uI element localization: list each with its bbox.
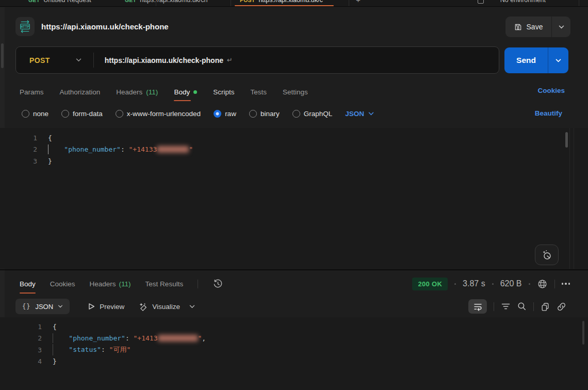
- code-content[interactable]: "phone_number": "+1413",: [53, 334, 206, 342]
- filter-icon: [501, 302, 511, 311]
- tab-title: Untitled Request: [43, 0, 91, 4]
- postbot-button[interactable]: [535, 245, 559, 265]
- request-tab-scripts[interactable]: Scripts: [213, 83, 234, 101]
- link-icon: [557, 302, 566, 312]
- network-info-button[interactable]: [537, 279, 548, 289]
- link-button[interactable]: [557, 302, 566, 312]
- chevron-down-icon: [189, 305, 195, 308]
- return-glyph: ↵: [227, 56, 233, 64]
- preview-button[interactable]: Preview: [88, 303, 124, 311]
- request-title: https://api.xiaomu.uk/check-phone: [41, 22, 169, 31]
- body-type-binary[interactable]: binary: [249, 110, 280, 118]
- request-tabs: ParamsAuthorizationHeaders(11)BodyScript…: [20, 83, 308, 101]
- code-content[interactable]: {: [48, 134, 52, 142]
- visualize-button[interactable]: Visualize: [138, 302, 180, 312]
- request-tab-headers[interactable]: Headers(11): [116, 83, 158, 101]
- send-options-button[interactable]: [548, 47, 568, 73]
- tab-divider: [579, 0, 579, 7]
- body-type-form-data[interactable]: form-data: [61, 110, 103, 118]
- status-badge[interactable]: 200 OK: [412, 278, 448, 290]
- response-tab-test-results[interactable]: Test Results: [145, 274, 184, 294]
- redacted-text: [157, 146, 189, 153]
- wrap-lines-button[interactable]: [468, 299, 487, 314]
- request-tab-body[interactable]: Body: [174, 83, 197, 101]
- request-tab-settings[interactable]: Settings: [283, 83, 308, 101]
- radio-icon: [214, 110, 221, 118]
- sidebar-scroll-handle[interactable]: [1, 43, 4, 68]
- search-icon: [517, 302, 527, 311]
- radio-icon: [116, 110, 123, 118]
- send-button[interactable]: Send: [504, 56, 548, 65]
- code-content[interactable]: }: [48, 157, 52, 165]
- response-format-select[interactable]: {} JSON: [15, 299, 70, 314]
- url-input[interactable]: https://api.xiaomu.uk/check-phone: [105, 56, 223, 64]
- cookies-link[interactable]: Cookies: [537, 87, 565, 94]
- workspace-tab[interactable]: GETUntitled Request: [28, 0, 91, 4]
- new-tab-button[interactable]: +: [356, 0, 361, 4]
- radio-icon: [249, 110, 257, 118]
- redacted-text: [158, 335, 198, 342]
- response-tab-body[interactable]: Body: [20, 274, 36, 294]
- radio-label: binary: [260, 110, 280, 118]
- http-icon: HTTP: [18, 20, 32, 34]
- method-selector[interactable]: POST: [29, 56, 50, 64]
- code-content[interactable]: "phone_number": "+14133": [48, 145, 193, 153]
- url-bar-divider: [93, 53, 94, 68]
- copy-icon: [541, 302, 550, 311]
- save-button[interactable]: Save: [505, 17, 551, 37]
- response-tab-cookies[interactable]: Cookies: [50, 274, 75, 294]
- response-body-editor[interactable]: 1{2 "phone_number": "+1413",3 "status": …: [0, 317, 588, 390]
- code-content[interactable]: {: [53, 323, 57, 331]
- environment-selector[interactable]: No environment: [500, 0, 546, 4]
- raw-format-select[interactable]: JSON: [345, 110, 374, 118]
- tab-label: Tests: [250, 88, 267, 96]
- radio-icon: [61, 110, 69, 118]
- code-content[interactable]: }: [53, 358, 57, 365]
- body-type-raw[interactable]: raw: [214, 110, 236, 118]
- response-toolbar-actions: [468, 299, 566, 314]
- tab-method-label: GET: [125, 0, 136, 3]
- request-tab-tests[interactable]: Tests: [250, 83, 267, 101]
- editor-scrollbar[interactable]: [565, 132, 568, 148]
- body-type-graphql[interactable]: GraphQL: [292, 110, 333, 118]
- format-options-chevron[interactable]: [189, 305, 195, 308]
- request-tab-params[interactable]: Params: [20, 83, 44, 101]
- workspace-tab[interactable]: GEThttps://api.xiaomu.uk/ch: [125, 0, 208, 4]
- save-label: Save: [527, 23, 543, 31]
- globe-icon: [537, 279, 548, 289]
- pane-divider[interactable]: [0, 269, 588, 270]
- copy-button[interactable]: [541, 302, 550, 311]
- beautify-link[interactable]: Beautify: [535, 109, 562, 117]
- body-type-x-www-form-urlencoded[interactable]: x-www-form-urlencoded: [116, 110, 201, 118]
- line-number: 2: [17, 334, 42, 342]
- tab-count: (11): [119, 280, 131, 288]
- method-chevron-icon[interactable]: [76, 58, 81, 62]
- response-scrollbar[interactable]: [582, 321, 584, 345]
- tab-label: Test Results: [145, 280, 184, 288]
- save-options-button[interactable]: [552, 17, 570, 37]
- filter-button[interactable]: [501, 302, 511, 311]
- workspace-tab[interactable]: POSThttps://api.xiaomu.uk/c: [240, 0, 323, 4]
- visualize-label: Visualize: [152, 303, 180, 311]
- indent-guide: [53, 344, 53, 355]
- line-number: 4: [17, 358, 42, 365]
- tab-divider: [231, 0, 231, 7]
- divider: [198, 280, 198, 288]
- body-type-none[interactable]: none: [22, 110, 48, 118]
- chevron-down-icon: [559, 25, 564, 29]
- indent-guide: [48, 144, 48, 154]
- line-number: 3: [12, 157, 37, 165]
- format-label: JSON: [345, 110, 364, 118]
- response-time: 3.87 s: [463, 279, 485, 288]
- search-button[interactable]: [517, 302, 527, 311]
- line-number: 2: [12, 145, 37, 153]
- code-line: 1{: [12, 132, 564, 144]
- request-body-editor[interactable]: 1{2 "phone_number": "+14133"3}: [0, 128, 588, 269]
- more-options-button[interactable]: [562, 283, 570, 285]
- history-button[interactable]: [213, 279, 223, 289]
- request-tab-authorization[interactable]: Authorization: [60, 83, 101, 101]
- radio-label: raw: [225, 110, 236, 118]
- tab-label: Scripts: [213, 88, 234, 96]
- response-tab-headers[interactable]: Headers(11): [90, 274, 131, 294]
- code-content[interactable]: "status": "可用": [53, 345, 130, 354]
